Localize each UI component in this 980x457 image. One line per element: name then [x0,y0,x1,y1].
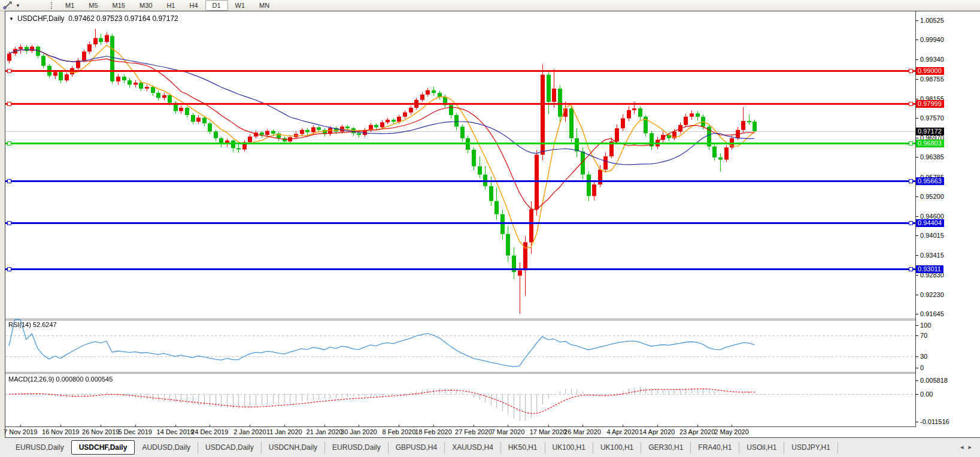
rsi-tick-label: 100 [916,322,931,329]
toolbar-grip[interactable] [51,2,54,9]
date-label: 23 Apr 2020 [679,428,715,435]
date-label: 14 Apr 2020 [639,428,675,435]
price-axis[interactable]: 1.005250.999400.993400.987550.981550.975… [916,11,980,427]
price-tick-label: 0.98755 [916,75,944,83]
timeframe-toolbar: ▼ M1M5M15M30H1H4D1W1MN [0,0,980,11]
chart-ohlc-values: 0.97462 0.97523 0.97164 0.97172 [68,14,178,23]
chart-tab-uk100-h1[interactable]: UK100,H1 [545,442,593,453]
chart-tab-eurusd-daily[interactable]: EURUSD,Daily [8,442,71,453]
price-tick-label: 0.99940 [916,36,944,44]
rsi-indicator-label: RSI(14) 52.6247 [8,321,57,328]
price-tick-label: 0.96385 [916,153,944,161]
timeframe-button-m1[interactable]: M1 [58,0,81,11]
date-label: 4 Apr 2020 [606,428,638,435]
rsi-tick-label: 0 [916,364,924,372]
date-label: 7 Nov 2019 [4,428,37,435]
metatrader-window: ▼ M1M5M15M30H1H4D1W1MN ▼USDCHF,Daily 0.9… [0,0,980,457]
chart-tab-hk50-h1[interactable]: HK50,H1 [501,442,545,453]
timeframe-button-m5[interactable]: M5 [81,0,105,11]
chart-tab-uk100-h1[interactable]: UK100,H1 [593,442,641,453]
date-label: 27 Feb 2020 [455,428,492,435]
chart-title: ▼USDCHF,Daily 0.97462 0.97523 0.97164 0.… [9,14,178,23]
chart-tab-audusd-daily[interactable]: AUDUSD,Daily [135,442,198,453]
price-tick-label: 0.99340 [916,56,944,63]
chart-symbol-period: USDCHF,Daily [17,14,65,23]
bid-price-badge: 0.97172 [916,128,944,135]
tab-scroll-right-icon[interactable]: ▸ [968,443,976,450]
price-level-badge: 0.96803 [916,140,944,147]
macd-tick-label: -0.011516 [916,418,949,426]
date-label: 16 Nov 2019 [42,428,79,435]
tab-scroll-arrows: ◂▸ [960,443,976,451]
rsi-tick-label: 30 [916,353,927,361]
date-label: 21 Jan 2020 [307,428,343,435]
price-tick-label: 0.97570 [916,114,944,122]
timeframe-button-m30[interactable]: M30 [132,0,159,11]
macd-tick-label: 0.005818 [916,377,948,385]
date-label: 17 Mar 2020 [530,428,567,435]
price-level-badge: 0.95663 [916,177,944,185]
price-level-badge: 0.97999 [916,100,944,108]
chart-tab-usoil-h1[interactable]: USOil,H1 [739,442,784,453]
timeframe-button-m15[interactable]: M15 [105,0,132,11]
chart-tab-fra40-h1[interactable]: FRA40,H1 [691,442,739,453]
price-level-badge: 0.99000 [916,67,944,75]
price-level-badge: 0.94404 [916,219,944,227]
price-tick-label: 0.95200 [916,193,944,201]
price-tick-label: 0.92230 [916,291,944,299]
date-label: 2 May 2020 [714,428,748,435]
chart-tabs: EURUSD,DailyUSDCHF,DailyAUDUSD,DailyUSDC… [8,440,838,455]
date-label: 26 Mar 2020 [564,428,601,435]
chart-canvas[interactable] [5,11,916,427]
chart-tab-ger30-h1[interactable]: GER30,H1 [641,442,691,453]
chart-window: ▼USDCHF,Daily 0.97462 0.97523 0.97164 0.… [5,11,980,438]
chart-tab-bar: EURUSD,DailyUSDCHF,DailyAUDUSD,DailyUSDC… [0,438,980,457]
price-tick-label: 0.91645 [916,310,944,318]
line-studies-cursor-icon[interactable] [2,1,14,10]
date-label: 2 Jan 2020 [233,428,266,435]
chart-tab-usdcad-daily[interactable]: USDCAD,Daily [198,442,262,453]
date-label: 5 Dec 2019 [119,428,152,435]
macd-indicator-label: MACD(12,26,9) 0.000800 0.000545 [8,376,113,383]
chart-tab-usdjpy-h1[interactable]: USDJPY,H1 [784,442,838,453]
rsi-tick-label: 70 [916,332,927,340]
date-label: 11 Jan 2020 [266,428,302,435]
date-label: 14 Dec 2019 [157,428,194,435]
timeframe-button-h4[interactable]: H4 [182,0,205,11]
macd-tick-label: 0.00 [916,391,933,398]
chart-tab-gbpusd-h4[interactable]: GBPUSD,H4 [389,442,445,453]
date-label: 7 Mar 2020 [491,428,525,435]
chart-tab-eurusd-daily[interactable]: EURUSD,Daily [325,442,389,453]
chart-tab-usdcnh-daily[interactable]: USDCNH,Daily [262,442,325,453]
price-tick-label: 0.94015 [916,232,944,240]
timeframe-button-w1[interactable]: W1 [228,0,253,11]
time-axis[interactable]: 7 Nov 201916 Nov 201926 Nov 20195 Dec 20… [5,428,915,437]
chart-tab-usdchf-daily[interactable]: USDCHF,Daily [71,440,135,455]
dropdown-arrow-icon[interactable]: ▼ [14,3,22,8]
date-label: 18 Feb 2020 [415,428,452,435]
chart-context-arrow-icon[interactable]: ▼ [9,16,14,22]
chart-tab-xauusd-h4[interactable]: XAUUSD,H4 [445,442,501,453]
date-label: 26 Nov 2019 [82,428,119,435]
timeframe-button-h1[interactable]: H1 [159,0,182,11]
tab-scroll-left-icon[interactable]: ◂ [960,443,969,450]
timeframe-button-mn[interactable]: MN [252,0,277,11]
price-level-badge: 0.93011 [916,265,943,273]
timeframe-button-d1[interactable]: D1 [205,0,228,11]
timeframe-buttons: M1M5M15M30H1H4D1W1MN [58,0,277,11]
price-tick-label: 1.00525 [916,17,944,25]
date-label: 8 Feb 2020 [383,428,416,435]
date-label: 24 Dec 2019 [191,428,228,435]
price-tick-label: 0.93415 [916,252,944,259]
date-label: 30 Jan 2020 [341,428,377,435]
